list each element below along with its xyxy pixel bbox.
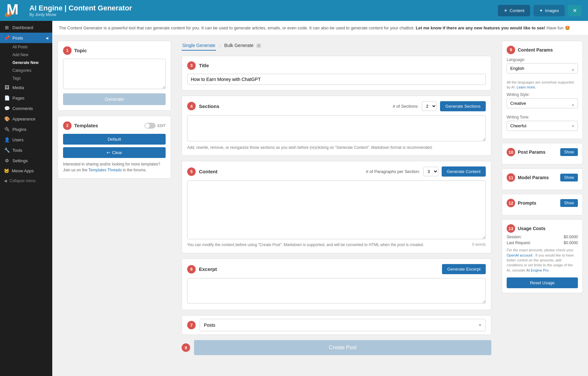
media-icon: 🖼 <box>4 85 10 90</box>
num-paragraphs-select[interactable]: 3 1 2 4 5 <box>423 167 438 176</box>
num-sections-select[interactable]: 2 1 3 4 5 <box>422 102 437 111</box>
appearance-icon: 🎨 <box>4 116 10 121</box>
model-params-box: 11 Model Params Show <box>502 168 583 190</box>
step-7-badge: 7 <box>187 321 196 329</box>
writing-tone-label: Writing Tone: <box>507 115 578 119</box>
sidebar-item-dashboard[interactable]: ⊞ Dashboard <box>0 22 52 33</box>
sidebar-item-tags[interactable]: Tags <box>0 74 52 82</box>
sidebar-item-categories[interactable]: Categories <box>0 67 52 74</box>
sidebar-item-generate-new[interactable]: Generate New <box>0 59 52 67</box>
sidebar-label-dashboard: Dashboard <box>12 25 33 30</box>
sidebar: ⊞ Dashboard 📌 Posts ◀ All Posts Add New … <box>0 21 52 376</box>
sidebar-label-comments: Comments <box>12 106 33 111</box>
plugins-icon: 🔌 <box>4 127 10 132</box>
sidebar-item-pages[interactable]: 📄 Pages <box>0 93 52 103</box>
step-1-badge: 1 <box>63 46 72 55</box>
sidebar-label-media: Media <box>12 85 24 90</box>
sections-label: Sections <box>199 103 220 109</box>
prompts-box: 12 Prompts Show <box>502 194 583 215</box>
close-icon: ✕ <box>573 8 577 13</box>
generate-button[interactable]: Generate <box>63 93 166 105</box>
excerpt-textarea[interactable] <box>187 278 486 304</box>
logo-letter: M <box>7 2 19 17</box>
header-actions: ☀ Content ✦ Images ✕ <box>498 5 581 16</box>
sidebar-item-users[interactable]: 👤 Users <box>0 134 52 145</box>
sidebar-label-meow-apps: Meow Apps <box>12 168 34 173</box>
toggle-edit-switch[interactable] <box>144 123 155 129</box>
sidebar-item-appearance[interactable]: 🎨 Appearance <box>0 114 52 124</box>
step-11-badge: 11 <box>507 173 515 182</box>
step-2-badge: 2 <box>63 121 72 130</box>
reset-usage-button[interactable]: Reset Usage <box>507 277 578 288</box>
writing-tone-select[interactable]: Cheerful Neutral Formal Humorous <box>507 121 578 131</box>
sidebar-item-posts[interactable]: 📌 Posts ◀ <box>0 33 52 43</box>
collapse-icon: ◀ <box>4 179 7 183</box>
templates-thread-link[interactable]: Templates Threads <box>89 168 122 172</box>
last-request-label: Last Request: <box>507 241 531 245</box>
sections-controls: # of Sections: 2 1 3 4 5 Generate Sectio… <box>393 101 486 111</box>
sections-hint: Add, rewrite, remove, or reorganize thos… <box>187 145 486 150</box>
post-type-section: 7 Posts Pages <box>182 315 491 335</box>
description-bar: The Content Generator is a powerful tool… <box>52 21 588 36</box>
right-panel: 9 Content Params Language: English Frenc… <box>497 36 588 376</box>
topic-section: 1 Topic Generate <box>57 41 171 111</box>
sidebar-label-tools: Tools <box>12 148 22 153</box>
sidebar-item-meow-apps[interactable]: 🐱 Meow Apps <box>0 166 52 176</box>
model-params-show-button[interactable]: Show <box>560 174 578 181</box>
model-params-title: Model Params <box>518 175 549 180</box>
title-input[interactable] <box>187 74 486 85</box>
sidebar-item-settings[interactable]: ⚙ Settings <box>0 155 52 166</box>
language-select[interactable]: English French Spanish German <box>507 63 578 73</box>
center-panel: Single Generate | Bulk Generate 0 3 Titl <box>176 36 497 376</box>
sidebar-item-plugins[interactable]: 🔌 Plugins <box>0 124 52 134</box>
step-3-badge: 3 <box>187 61 196 70</box>
sidebar-collapse[interactable]: ◀ Collapse menu <box>0 176 52 186</box>
create-post-button[interactable]: Create Post <box>194 340 491 355</box>
close-button[interactable]: ✕ <box>568 5 581 16</box>
content-textarea[interactable] <box>187 180 486 239</box>
ai-engine-pro-link[interactable]: AI Engine Pro <box>527 268 549 272</box>
tab-single-generate[interactable]: Single Generate <box>182 41 216 51</box>
dashboard-icon: ⊞ <box>4 25 10 30</box>
prompts-show-button[interactable]: Show <box>560 199 578 207</box>
writing-style-select[interactable]: Creative Informative Persuasive Descript… <box>507 98 578 108</box>
tab-bulk-generate[interactable]: Bulk Generate 0 <box>224 41 262 51</box>
header-title: AI Engine | Content Generator By Jordy M… <box>29 4 132 17</box>
sidebar-item-add-new[interactable]: Add New <box>0 51 52 59</box>
generate-content-button[interactable]: Generate Content <box>442 166 486 177</box>
content-controls: # of Paragraphs per Section: 3 1 2 4 5 G… <box>366 166 486 177</box>
writing-style-label: Writing Style: <box>507 92 578 97</box>
post-params-show-button[interactable]: Show <box>560 148 578 156</box>
post-type-select[interactable]: Posts Pages <box>200 319 486 331</box>
sections-section-header: 4 Sections # of Sections: 2 1 3 4 <box>187 101 486 111</box>
num-paragraphs-label: # of Paragraphs per Section: <box>366 169 420 174</box>
last-request-value: $0.0000 <box>564 241 578 245</box>
sidebar-item-comments[interactable]: 💬 Comments <box>0 103 52 114</box>
step-6-badge: 6 <box>187 265 196 274</box>
posts-icon: 📌 <box>4 35 10 40</box>
step-10-badge: 10 <box>507 148 515 156</box>
post-params-title: Post Params <box>518 149 546 155</box>
step-5-badge: 5 <box>187 167 196 176</box>
images-button[interactable]: ✦ Images <box>533 5 565 16</box>
usage-costs-title: Usage Costs <box>518 226 546 231</box>
generate-sections-button[interactable]: Generate Sections <box>440 101 486 111</box>
default-template-button[interactable]: Default <box>63 134 166 145</box>
excerpt-section: 6 Excerpt Generate Excerpt <box>182 258 491 310</box>
content-button[interactable]: ☀ Content <box>498 5 531 16</box>
learn-more-link[interactable]: Learn more. <box>517 85 536 89</box>
templates-header: 2 Templates EDIT <box>63 121 166 130</box>
sidebar-item-media[interactable]: 🖼 Media <box>0 82 52 93</box>
topic-textarea[interactable] <box>63 59 166 89</box>
templates-note: Interested in sharing and/or looking for… <box>63 161 166 173</box>
sections-textarea[interactable] <box>187 115 486 141</box>
sidebar-label-pages: Pages <box>12 96 24 101</box>
generate-excerpt-button[interactable]: Generate Excerpt <box>442 264 486 274</box>
clear-template-button[interactable]: ↩ Clear <box>63 147 166 158</box>
sidebar-item-all-posts[interactable]: All Posts <box>0 43 52 51</box>
step-9-badge: 9 <box>507 46 515 54</box>
content-area: The Content Generator is a powerful tool… <box>52 21 588 376</box>
pages-icon: 📄 <box>4 95 10 101</box>
openai-account-link[interactable]: OpenAI account <box>507 253 532 257</box>
sidebar-item-tools[interactable]: 🔧 Tools <box>0 145 52 155</box>
